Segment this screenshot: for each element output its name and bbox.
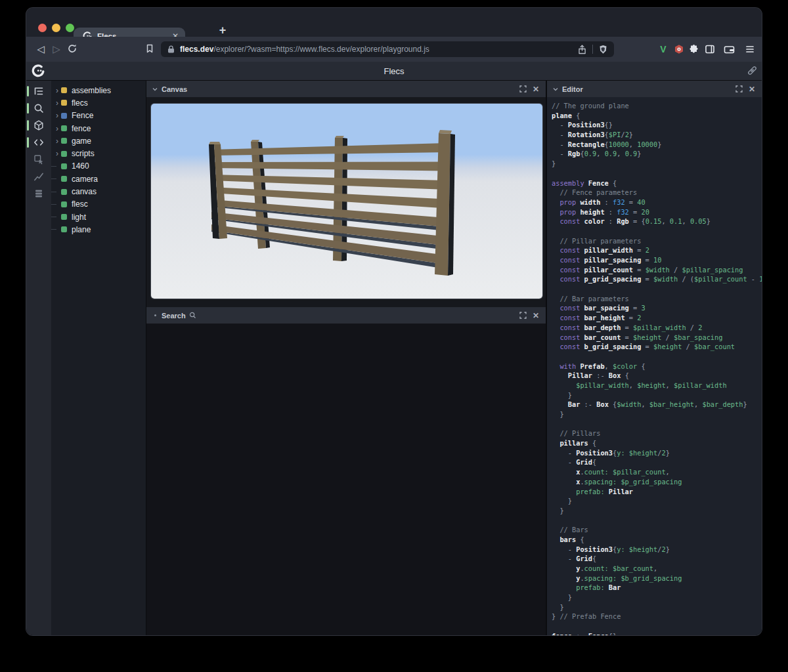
tree-item-plane[interactable]: plane [51, 223, 146, 236]
extension-red-icon[interactable] [672, 43, 686, 56]
code-line[interactable]: } [552, 410, 762, 419]
code-line[interactable]: prop height : f32 = 20 [552, 207, 762, 217]
canvas-panel-header[interactable]: Canvas ✕ [146, 81, 546, 98]
search-panel-header[interactable]: Search ✕ [146, 307, 546, 324]
code-line[interactable]: const p_grid_spacing = $width / ($pillar… [552, 274, 762, 284]
code-line[interactable]: // Bar parameters [552, 294, 762, 304]
code-line[interactable]: x.spacing: $p_grid_spacing [552, 477, 762, 487]
tree-item-Fence[interactable]: ›Fence [51, 110, 146, 122]
chevron-down-icon[interactable] [553, 87, 558, 91]
search-panel-body[interactable] [146, 324, 546, 635]
zoom-window-button[interactable] [66, 24, 74, 32]
code-line[interactable]: } [552, 496, 762, 506]
code-line[interactable]: - Position3{} [552, 120, 762, 130]
close-panel-icon[interactable]: ✕ [533, 85, 539, 94]
code-line[interactable]: - Grid{ [552, 457, 762, 467]
code-line[interactable]: const pillar_width = 2 [552, 245, 762, 255]
tree-item-scripts[interactable]: ›scripts [51, 147, 146, 159]
reload-icon[interactable] [66, 42, 79, 55]
code-line[interactable]: // Bars [552, 525, 762, 535]
code-line[interactable]: with Prefab, $color { [552, 362, 762, 371]
code-line[interactable]: y.spacing: $b_grid_spacing [552, 574, 762, 583]
code-line[interactable]: plane { [552, 111, 762, 121]
code-line[interactable]: } [552, 506, 762, 516]
fullscreen-icon[interactable] [735, 85, 743, 93]
code-line[interactable]: prefab: Pillar [552, 487, 762, 497]
code-line[interactable]: // Pillar parameters [552, 236, 762, 246]
chevron-down-icon[interactable] [152, 87, 158, 91]
code-line[interactable]: const bar_height = 2 [552, 313, 762, 323]
sidebar-rows-icon[interactable] [26, 185, 51, 202]
code-line[interactable]: } // Prefab Fence [552, 612, 762, 621]
wallet-icon[interactable] [722, 43, 735, 56]
code-line[interactable]: Pillar :- Box { [552, 371, 762, 381]
code-line[interactable]: const pillar_count = $width / $pillar_sp… [552, 265, 762, 275]
code-line[interactable]: bars { [552, 535, 762, 545]
close-panel-icon[interactable]: ✕ [749, 85, 755, 94]
code-line[interactable] [552, 621, 762, 631]
code-line[interactable]: - Rgb{0.9, 0.9, 0.9} [552, 149, 762, 159]
fence-3d-render[interactable] [151, 104, 542, 299]
code-line[interactable]: const b_grid_spacing = $height / $bar_co… [552, 342, 762, 352]
code-line[interactable]: } [552, 390, 762, 400]
code-line[interactable]: // Fence parameters [552, 188, 762, 198]
chevron-right-icon[interactable]: › [53, 136, 61, 146]
code-line[interactable] [552, 516, 762, 526]
code-line[interactable]: Bar :- Box {$width, $bar_height, $bar_de… [552, 400, 762, 410]
sidebar-inspect-icon[interactable] [26, 151, 51, 168]
tree-item-camera[interactable]: camera [51, 173, 146, 185]
puzzle-icon[interactable] [688, 43, 701, 56]
code-line[interactable]: prop width : f32 = 40 [552, 198, 762, 207]
code-line[interactable]: } [552, 602, 762, 612]
chevron-right-icon[interactable]: › [53, 98, 61, 108]
editor-panel-header[interactable]: Editor ✕ [547, 81, 762, 98]
brave-shield-icon[interactable] [599, 45, 607, 54]
code-line[interactable] [552, 169, 762, 178]
sidebar-outliner-icon[interactable] [26, 83, 51, 100]
code-line[interactable]: $pillar_width, $height, $pillar_width [552, 381, 762, 390]
editor-panel-body[interactable]: // The ground planeplane { - Position3{}… [547, 97, 762, 635]
tree-item-flesc[interactable]: flesc [51, 198, 146, 211]
tree-item-1460[interactable]: 1460 [51, 160, 146, 173]
code-line[interactable]: y.count: $bar_count, [552, 564, 762, 574]
tree-item-assemblies[interactable]: ›assemblies [51, 84, 146, 96]
code-editor[interactable]: // The ground planeplane { - Position3{}… [547, 97, 762, 635]
tree-item-light[interactable]: light [51, 211, 146, 223]
fullscreen-icon[interactable] [519, 85, 527, 93]
code-line[interactable] [552, 226, 762, 236]
code-line[interactable]: pillars { [552, 438, 762, 448]
sidebar-stats-icon[interactable] [26, 168, 51, 185]
code-line[interactable]: // The ground plane [552, 101, 762, 111]
link-icon[interactable] [747, 65, 758, 76]
code-line[interactable]: const bar_depth = $pillar_width / 2 [552, 323, 762, 333]
minimize-window-button[interactable] [52, 24, 60, 32]
tree-item-flecs[interactable]: ›flecs [51, 96, 146, 109]
code-line[interactable]: assembly Fence { [552, 178, 762, 188]
code-line[interactable]: prefab: Bar [552, 583, 762, 593]
code-line[interactable]: const color : Rgb = {0.15, 0.1, 0.05} [552, 217, 762, 226]
code-line[interactable]: const pillar_spacing = 10 [552, 255, 762, 265]
bookmark-icon[interactable] [143, 42, 156, 55]
code-line[interactable]: } [552, 159, 762, 169]
back-icon[interactable]: ◁ [34, 43, 47, 56]
chevron-right-icon[interactable]: › [53, 124, 61, 133]
code-line[interactable]: x.count: $pillar_count, [552, 467, 762, 477]
sidebar-cube-icon[interactable] [26, 117, 51, 134]
tree-item-fence[interactable]: ›fence [51, 122, 146, 135]
new-tab-button[interactable]: + [217, 24, 229, 37]
forward-icon[interactable]: ▷ [50, 43, 63, 56]
code-line[interactable]: const bar_count = $height / $bar_spacing [552, 333, 762, 343]
extension-v-icon[interactable]: V [657, 43, 670, 56]
share-icon[interactable] [578, 45, 586, 54]
sidebar-code-icon[interactable] [26, 134, 51, 151]
menu-icon[interactable] [743, 43, 756, 56]
code-line[interactable]: fence :- Fence{} [552, 631, 762, 635]
code-line[interactable] [552, 419, 762, 429]
tree-item-canvas[interactable]: canvas [51, 185, 146, 198]
code-line[interactable]: } [552, 593, 762, 602]
code-line[interactable]: - Rectangle{10000, 10000} [552, 140, 762, 150]
code-line[interactable]: // Pillars [552, 429, 762, 438]
code-line[interactable]: - Position3{y: $height/2} [552, 448, 762, 458]
code-line[interactable] [552, 352, 762, 362]
url-bar[interactable]: flecs.dev/explorer/?wasm=https://www.fle… [161, 41, 614, 57]
